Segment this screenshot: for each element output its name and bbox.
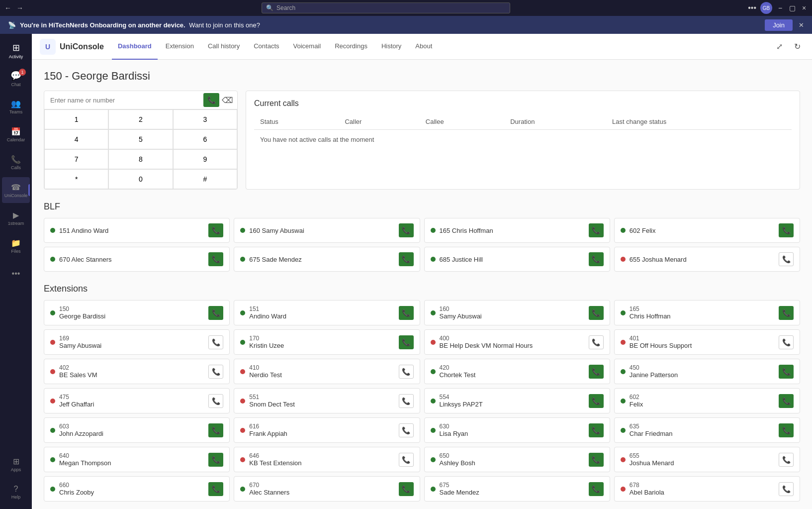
- key-1[interactable]: 1: [44, 109, 108, 129]
- extension-card: 402 BE Sales VM 📞: [44, 359, 230, 384]
- dialer-input[interactable]: [46, 94, 203, 107]
- key-star[interactable]: *: [44, 169, 108, 189]
- extension-call-button[interactable]: 📞: [589, 394, 604, 408]
- extension-info: 678 Abel Bariola: [630, 482, 775, 496]
- user-avatar[interactable]: GB: [760, 2, 772, 14]
- back-btn[interactable]: ←: [4, 4, 12, 12]
- sidebar-item-label-uniconsole: UniConsole: [4, 193, 28, 198]
- sidebar-item-teams[interactable]: 👥 Teams: [2, 94, 30, 119]
- close-btn[interactable]: ×: [800, 4, 808, 12]
- extension-call-button[interactable]: 📞: [208, 306, 223, 320]
- extension-call-button[interactable]: 📞: [589, 365, 604, 379]
- sidebar-item-files[interactable]: 📁 Files: [2, 233, 30, 259]
- key-4[interactable]: 4: [44, 129, 108, 149]
- sidebar-item-apps[interactable]: ⊞ Apps: [2, 451, 30, 477]
- tab-dashboard[interactable]: Dashboard: [112, 34, 158, 60]
- extension-call-button[interactable]: 📞: [779, 306, 794, 320]
- extension-info: 151 Andino Ward: [249, 305, 394, 320]
- extension-call-button[interactable]: 📞: [779, 335, 794, 349]
- blf-call-button[interactable]: 📞: [589, 252, 604, 266]
- blf-call-button[interactable]: 📞: [208, 252, 223, 266]
- extension-call-button[interactable]: 📞: [399, 394, 414, 408]
- extension-name: BE Help Desk VM Normal Hours: [440, 342, 585, 349]
- extension-name: Linksys PAP2T: [440, 401, 585, 408]
- extension-call-button[interactable]: 📞: [208, 453, 223, 467]
- extension-card: 401 BE Off Hours Support 📞: [614, 329, 800, 355]
- extension-call-button[interactable]: 📞: [399, 365, 414, 379]
- tab-about[interactable]: About: [409, 34, 438, 60]
- extension-call-button[interactable]: 📞: [779, 423, 794, 437]
- popout-button[interactable]: ⤢: [772, 40, 786, 54]
- tab-call-history[interactable]: Call history: [202, 34, 246, 60]
- extension-call-button[interactable]: 📞: [779, 394, 794, 408]
- tab-extension[interactable]: Extension: [160, 34, 200, 60]
- tab-contacts[interactable]: Contacts: [248, 34, 285, 60]
- extension-call-button[interactable]: 📞: [589, 453, 604, 467]
- join-banner-close-icon[interactable]: ✕: [799, 21, 804, 29]
- dialer-backspace-button[interactable]: ⌫: [219, 93, 235, 107]
- status-dot: [50, 310, 55, 315]
- sidebar-item-chat[interactable]: 💬 Chat 1: [2, 66, 30, 92]
- tab-recordings[interactable]: Recordings: [329, 34, 373, 60]
- key-3[interactable]: 3: [173, 109, 237, 129]
- extension-info: 635 Char Friedman: [630, 423, 775, 437]
- status-dot: [621, 369, 626, 374]
- blf-call-button[interactable]: 📞: [399, 223, 414, 237]
- extension-call-button[interactable]: 📞: [589, 335, 604, 349]
- extension-call-button[interactable]: 📞: [779, 482, 794, 496]
- blf-info: 670 Alec Stanners: [59, 256, 204, 263]
- key-6[interactable]: 6: [173, 129, 237, 149]
- join-button[interactable]: Join: [765, 19, 793, 31]
- extension-call-button[interactable]: 📞: [589, 482, 604, 496]
- extension-name: KB Test Extension: [249, 459, 394, 467]
- more-icon[interactable]: •••: [748, 3, 756, 12]
- extension-call-button[interactable]: 📞: [779, 365, 794, 379]
- extension-call-button[interactable]: 📞: [589, 306, 604, 320]
- app-container: ⊞ Activity 💬 Chat 1 👥 Teams 📅 Calendar 📞…: [0, 34, 812, 509]
- refresh-button[interactable]: ↻: [790, 40, 804, 54]
- extension-call-button[interactable]: 📞: [208, 482, 223, 496]
- extension-call-button[interactable]: 📞: [208, 394, 223, 408]
- sidebar-item-more[interactable]: •••: [2, 261, 30, 287]
- extension-call-button[interactable]: 📞: [399, 335, 414, 349]
- key-9[interactable]: 9: [173, 149, 237, 169]
- extension-call-button[interactable]: 📞: [208, 365, 223, 379]
- minimize-btn[interactable]: −: [776, 4, 784, 12]
- extension-number: 635: [630, 423, 775, 430]
- extension-call-button[interactable]: 📞: [208, 335, 223, 349]
- extension-call-button[interactable]: 📞: [399, 423, 414, 437]
- blf-call-button[interactable]: 📞: [208, 223, 223, 237]
- dial-call-button[interactable]: 📞: [203, 93, 219, 107]
- sidebar-item-1stream[interactable]: ▶ 1stream: [2, 205, 30, 231]
- global-search-bar[interactable]: 🔍 Search: [262, 2, 510, 13]
- sidebar-item-activity[interactable]: ⊞ Activity: [2, 38, 30, 64]
- blf-call-button[interactable]: 📞: [399, 252, 414, 266]
- blf-call-button[interactable]: 📞: [779, 223, 794, 237]
- maximize-btn[interactable]: ▢: [788, 4, 796, 12]
- key-5[interactable]: 5: [108, 129, 173, 149]
- tab-history[interactable]: History: [375, 34, 407, 60]
- sidebar-item-calendar[interactable]: 📅 Calendar: [2, 121, 30, 147]
- blf-call-button[interactable]: 📞: [779, 252, 794, 266]
- key-2[interactable]: 2: [108, 109, 173, 129]
- key-0[interactable]: 0: [108, 169, 173, 189]
- extension-call-button[interactable]: 📞: [589, 423, 604, 437]
- tab-voicemail[interactable]: Voicemail: [287, 34, 327, 60]
- forward-btn[interactable]: →: [16, 4, 24, 12]
- header-right: ⤢ ↻: [772, 40, 804, 54]
- extension-call-button[interactable]: 📞: [399, 306, 414, 320]
- status-dot: [240, 487, 245, 492]
- key-8[interactable]: 8: [108, 149, 173, 169]
- extension-call-button[interactable]: 📞: [779, 453, 794, 467]
- extension-number: 660: [59, 482, 204, 489]
- sidebar-item-uniconsole[interactable]: ☎ UniConsole: [2, 177, 30, 203]
- blf-call-button[interactable]: 📞: [589, 223, 604, 237]
- extension-card: 165 Chris Hoffman 📞: [614, 300, 800, 325]
- sidebar-item-calls[interactable]: 📞 Calls: [2, 149, 30, 175]
- key-hash[interactable]: #: [173, 169, 237, 189]
- extension-call-button[interactable]: 📞: [208, 423, 223, 437]
- key-7[interactable]: 7: [44, 149, 108, 169]
- extension-call-button[interactable]: 📞: [399, 453, 414, 467]
- sidebar-item-help[interactable]: ? Help: [2, 479, 30, 505]
- extension-call-button[interactable]: 📞: [399, 482, 414, 496]
